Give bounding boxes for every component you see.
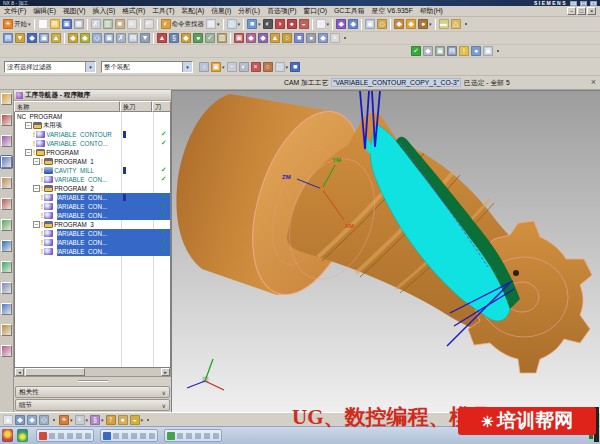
plus-tool-icon[interactable]: +▾ — [74, 414, 90, 426]
workpiece-display-icon[interactable]: ● — [192, 32, 204, 44]
render-style-icon[interactable]: ◐ — [262, 18, 274, 30]
list-toolpath-icon[interactable]: ▤ — [127, 32, 139, 44]
cancel-sim-icon[interactable]: × — [329, 32, 341, 44]
scene-find-icon[interactable]: ● — [117, 414, 129, 426]
role-basic-icon[interactable]: ◆ — [14, 414, 26, 426]
tree-row-13[interactable]: !VARIABLE_CON...✓ — [15, 229, 170, 238]
parallel-generate-icon[interactable]: ◆ — [79, 32, 91, 44]
sim-board-icon[interactable]: ▤ — [446, 45, 458, 57]
pointer-tool-icon[interactable]: ▲ — [2, 414, 14, 426]
selection-scope-dropdown[interactable]: 整个装配 ▾ — [101, 61, 193, 73]
tree-row-3[interactable]: !VARIABLE_CONTO...✓ — [15, 139, 170, 148]
create-geometry-icon[interactable]: ◆ — [26, 32, 38, 44]
column-header-2[interactable]: 刀 — [152, 101, 171, 112]
sim-person-blue-icon[interactable]: ◆ — [317, 32, 329, 44]
tree-row-6[interactable]: !CAVITY_MILL✓ — [15, 166, 170, 175]
maximize-button[interactable]: □ — [580, 1, 587, 6]
delete-icon[interactable]: × — [126, 18, 138, 30]
face-analysis-icon[interactable]: ◑ — [274, 18, 286, 30]
tree-row-4[interactable]: −!PROGRAM — [15, 148, 170, 157]
menu-item-3[interactable]: 插入(S) — [93, 6, 116, 16]
sim-gear-icon[interactable]: ▣ — [434, 45, 446, 57]
menu-item-7[interactable]: 信息(I) — [211, 6, 231, 16]
selection-scope-caret-icon[interactable]: ▾ — [182, 62, 192, 72]
navigator-hscrollbar[interactable]: ◂ ▸ — [14, 368, 171, 377]
cue-close-icon[interactable]: × — [591, 77, 596, 87]
sim-person-gold-icon[interactable]: ▲ — [269, 32, 281, 44]
machine-flag-icon[interactable]: ▲ — [156, 32, 168, 44]
menu-item-12[interactable]: 星空 V6.935F — [372, 6, 413, 16]
sim-refresh-icon[interactable]: ○ — [281, 32, 293, 44]
start-menu-icon[interactable]: ☀开始▾ — [2, 18, 32, 30]
collapsed-panel-0[interactable]: 相关性∨ — [15, 386, 170, 398]
command-finder-icon[interactable]: ◐命令查找器 — [160, 18, 206, 30]
person-help-icon[interactable]: ? — [105, 414, 117, 426]
system-materials-tab[interactable] — [1, 303, 12, 315]
image-capture-icon[interactable]: ▣ — [482, 45, 494, 57]
create-tool-icon[interactable]: ▼ — [14, 32, 26, 44]
gouge-check-icon[interactable]: ✗ — [115, 32, 127, 44]
capture-image-icon[interactable]: ▧▾ — [205, 18, 221, 30]
selection-filter-caret-icon[interactable]: ▾ — [85, 62, 95, 72]
flower-palette-icon[interactable]: ☀▾ — [58, 414, 74, 426]
assembly-navigator-tab[interactable] — [1, 93, 12, 105]
reuse-library-tab[interactable] — [1, 261, 12, 273]
operation-checklist-icon[interactable]: ✓ — [204, 32, 216, 44]
tree-row-14[interactable]: !VARIABLE_CON...✓ — [15, 238, 170, 247]
verify-ok-icon[interactable]: ✓ — [410, 45, 422, 57]
datum-plane-icon[interactable]: ◆ — [393, 18, 405, 30]
note-tool-icon[interactable]: ▬ — [438, 18, 450, 30]
desktop-icon-2[interactable] — [17, 429, 28, 442]
menu-item-9[interactable]: 首选项(P) — [267, 6, 296, 16]
optimize-flag-icon[interactable]: ! — [458, 45, 470, 57]
assign-color-icon[interactable]: ● — [286, 18, 298, 30]
tree-row-12[interactable]: −!PROGRAM_3 — [15, 220, 170, 229]
shaded-display-icon[interactable]: ■▾ — [246, 18, 262, 30]
menu-item-2[interactable]: 视图(V) — [63, 6, 86, 16]
taskbar-window-3[interactable] — [164, 429, 222, 442]
part-navigator-tab[interactable] — [1, 135, 12, 147]
menu-item-6[interactable]: 装配(A) — [182, 6, 205, 16]
process-assistant-tab[interactable] — [1, 198, 12, 210]
scroll-right-icon[interactable]: ▸ — [161, 368, 170, 376]
undo-icon[interactable]: ↶ — [143, 18, 155, 30]
copy-icon[interactable]: ▥ — [102, 18, 114, 30]
web-browser-tab[interactable] — [1, 240, 12, 252]
verify-toolpath-icon[interactable]: ▣ — [103, 32, 115, 44]
snap-endpoint-icon[interactable]: − — [226, 61, 238, 73]
tree-row-9[interactable]: !VARIABLE_CON...✓ — [15, 193, 170, 202]
navigator-body[interactable]: NC_PROGRAM−未用项!VARIABLE_CONTOUR✓!VARIABL… — [14, 112, 171, 368]
doc-close-button[interactable]: × — [587, 7, 596, 15]
spline-tool-icon[interactable]: §▾ — [89, 414, 105, 426]
close-button[interactable]: × — [590, 1, 597, 6]
machine-tool-view-tab[interactable] — [1, 177, 12, 189]
expander-icon[interactable]: − — [33, 221, 40, 228]
simulate-machine-icon[interactable]: ◆ — [257, 32, 269, 44]
templates-palette-tab[interactable] — [1, 219, 12, 231]
sim-machine-blue-icon[interactable]: ■ — [293, 32, 305, 44]
rectangle-select-icon[interactable]: □▾ — [274, 61, 290, 73]
snap-refresh-icon[interactable]: ○ — [198, 61, 210, 73]
menu-item-13[interactable]: 帮助(H) — [420, 6, 443, 16]
menu-item-5[interactable]: 工具(T) — [152, 6, 174, 16]
datum-csys-icon[interactable]: ◆ — [405, 18, 417, 30]
constraint-navigator-tab[interactable] — [1, 114, 12, 126]
coins-tool-icon[interactable]: ◒▾ — [129, 414, 145, 426]
graphics-viewport[interactable]: YM ZM XM — [172, 90, 600, 412]
roles-tab[interactable] — [1, 345, 12, 357]
tree-row-0[interactable]: NC_PROGRAM — [15, 112, 170, 121]
expander-icon[interactable]: − — [33, 185, 40, 192]
role-network-icon[interactable]: ◇ — [38, 414, 50, 426]
edit-object-display-icon[interactable]: ◒ — [298, 18, 310, 30]
desktop-icon-1[interactable] — [2, 429, 13, 442]
show-hide-icon[interactable]: ◆ — [335, 18, 347, 30]
feeds-speeds-icon[interactable]: § — [168, 32, 180, 44]
view-orientation-icon[interactable]: ◇▾ — [226, 18, 242, 30]
expander-icon[interactable]: − — [25, 149, 32, 156]
solid-body-select-icon[interactable]: ■ — [289, 61, 301, 73]
tree-row-7[interactable]: !VARIABLE_CON...✓ — [15, 175, 170, 184]
snap-arc-center-icon[interactable]: ○ — [262, 61, 274, 73]
expander-icon[interactable]: − — [33, 158, 40, 165]
expander-icon[interactable]: − — [25, 122, 32, 129]
role-advanced-icon[interactable]: ◆ — [26, 414, 38, 426]
